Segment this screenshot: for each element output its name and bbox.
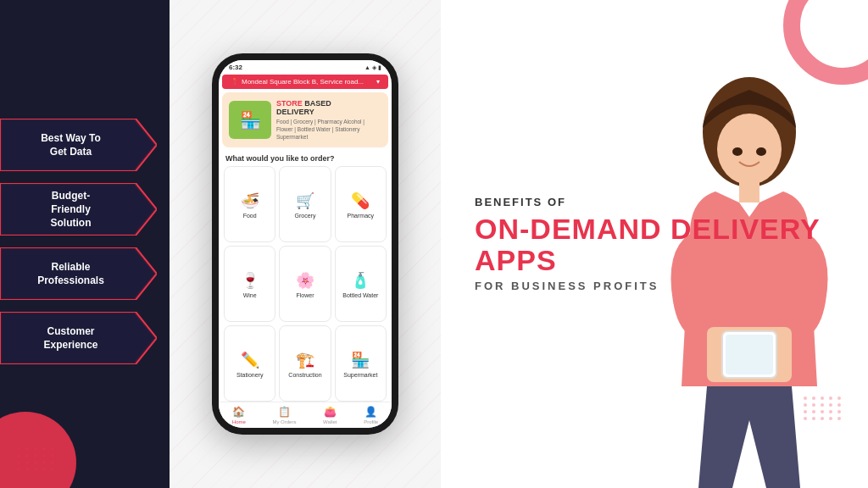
bottled-water-label: Bottled Water <box>342 292 378 298</box>
time-display: 6:32 <box>229 64 242 71</box>
orders-nav-icon: 📋 <box>278 406 291 418</box>
nav-wallet[interactable]: 👛 Wallet <box>323 406 337 424</box>
store-banner: 🏪 STORE BASEDDELIVERY Food | Grocery | P… <box>222 92 388 147</box>
dropdown-chevron-icon: ▾ <box>376 78 380 86</box>
stationery-label: Stationery <box>236 372 264 378</box>
category-supermarket[interactable]: 🏪 Supermarket <box>335 325 387 402</box>
title-block: BENEFITS OF ON-DEMAND DELIVERY APPS FOR … <box>475 196 834 293</box>
category-wine[interactable]: 🍷 Wine <box>224 246 275 322</box>
battery-icon: ▮ <box>378 64 381 71</box>
decorative-dots-right <box>804 396 843 420</box>
status-bar: 6:32 ▲ ◈ ▮ <box>219 60 392 75</box>
store-highlight: STORE <box>276 99 304 108</box>
construction-label: Construction <box>288 372 321 378</box>
home-nav-label: Home <box>232 419 246 424</box>
phone-device: 6:32 ▲ ◈ ▮ 📍 Mondeal Square Block B, Ser… <box>212 53 398 435</box>
svg-point-18 <box>732 147 743 156</box>
flower-icon: 🌸 <box>296 271 314 290</box>
benefits-of-label: BENEFITS OF <box>475 196 834 208</box>
store-banner-description: Food | Grocery | Pharmacy Alcohol | Flow… <box>276 118 381 141</box>
location-pin-icon: 📍 <box>231 78 239 86</box>
nav-home[interactable]: 🏠 Home <box>232 406 246 424</box>
wallet-nav-label: Wallet <box>323 419 337 424</box>
grocery-icon: 🛒 <box>296 191 314 210</box>
home-nav-icon: 🏠 <box>232 406 245 418</box>
wine-label: Wine <box>243 292 257 298</box>
category-stationery[interactable]: ✏️ Stationery <box>224 325 275 402</box>
wine-icon: 🍷 <box>241 271 259 290</box>
svg-point-13 <box>717 114 782 185</box>
benefit-label-budget: Budget-FriendlySolution <box>39 189 118 230</box>
category-grid: 🍜 Food 🛒 Grocery 💊 Pharmacy 🍷 Wine 🌸 <box>219 166 392 402</box>
order-prompt: What would you like to order? <box>219 151 392 166</box>
main-title: ON-DEMAND DELIVERY APPS <box>475 214 834 277</box>
category-flower[interactable]: 🌸 Flower <box>279 246 331 322</box>
wifi-icon: ◈ <box>372 64 376 71</box>
flower-label: Flower <box>296 292 314 298</box>
benefit-item-reliable: ReliableProfessionals <box>0 247 157 300</box>
orders-nav-label: My Orders <box>272 419 296 424</box>
location-text: Mondeal Square Block B, Service road... <box>242 78 374 86</box>
nav-orders[interactable]: 📋 My Orders <box>272 406 296 424</box>
category-bottled-water[interactable]: 🧴 Bottled Water <box>335 246 387 322</box>
category-food[interactable]: 🍜 Food <box>224 166 275 242</box>
stationery-icon: ✏️ <box>241 351 259 369</box>
phone-mockup-section: 6:32 ▲ ◈ ▮ 📍 Mondeal Square Block B, Ser… <box>170 0 441 488</box>
food-icon: 🍜 <box>241 191 259 210</box>
bottom-navigation: 🏠 Home 📋 My Orders 👛 Wallet 👤 Profile <box>219 402 392 428</box>
benefit-label-reliable: ReliableProfessionals <box>37 260 120 287</box>
store-banner-illustration: 🏪 <box>229 101 271 139</box>
profile-nav-label: Profile <box>364 419 378 424</box>
benefit-label-customer: CustomerExperience <box>43 324 113 352</box>
svg-point-19 <box>756 147 766 156</box>
benefit-item-best-way: Best Way ToGet Data <box>0 119 157 171</box>
pharmacy-icon: 💊 <box>351 191 370 210</box>
location-bar[interactable]: 📍 Mondeal Square Block B, Service road..… <box>222 75 388 89</box>
wallet-nav-icon: 👛 <box>324 406 337 418</box>
bottled-water-icon: 🧴 <box>351 271 370 290</box>
category-pharmacy[interactable]: 💊 Pharmacy <box>335 166 387 242</box>
signal-icon: ▲ <box>364 64 370 70</box>
category-construction[interactable]: 🏗️ Construction <box>279 325 331 402</box>
category-grocery[interactable]: 🛒 Grocery <box>279 166 331 242</box>
supermarket-label: Supermarket <box>343 372 377 378</box>
subtitle: FOR BUSINESS PROFITS <box>475 280 834 292</box>
profile-nav-icon: 👤 <box>364 406 377 418</box>
benefit-item-budget: Budget-FriendlySolution <box>0 183 157 236</box>
benefit-label-best-way: Best Way ToGet Data <box>41 131 116 158</box>
store-banner-content: STORE BASEDDELIVERY Food | Grocery | Pha… <box>276 99 381 141</box>
signal-icons: ▲ ◈ ▮ <box>364 64 381 71</box>
nav-profile[interactable]: 👤 Profile <box>364 406 378 424</box>
pharmacy-label: Pharmacy <box>348 213 375 219</box>
food-label: Food <box>243 213 257 219</box>
right-content-section: BENEFITS OF ON-DEMAND DELIVERY APPS FOR … <box>441 0 868 488</box>
benefits-list: Best Way ToGet Data Budget-FriendlySolut… <box>0 110 170 378</box>
phone-screen: 6:32 ▲ ◈ ▮ 📍 Mondeal Square Block B, Ser… <box>219 60 392 428</box>
construction-icon: 🏗️ <box>296 351 314 369</box>
decorative-circle-left <box>0 412 76 488</box>
store-banner-title: STORE BASEDDELIVERY <box>276 99 381 116</box>
svg-rect-17 <box>726 335 773 374</box>
supermarket-icon: 🏪 <box>351 351 370 369</box>
left-benefits-panel: Best Way ToGet Data Budget-FriendlySolut… <box>0 0 170 488</box>
benefit-item-customer: CustomerExperience <box>0 312 157 364</box>
grocery-label: Grocery <box>295 213 316 219</box>
